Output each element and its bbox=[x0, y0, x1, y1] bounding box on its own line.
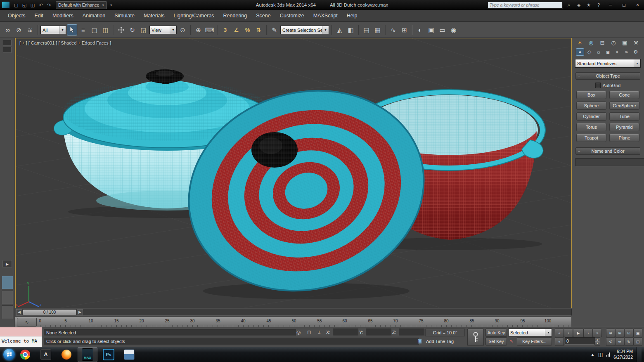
taskbar-autodesk-app-icon[interactable]: A bbox=[36, 348, 55, 362]
add-time-tag-field[interactable]: Add Time Tag bbox=[426, 339, 454, 344]
orbit-icon[interactable]: ↻ bbox=[624, 337, 633, 346]
camera-viewport[interactable]: [ + ] [ Camera001 ] [ Shaded + Edged Fac… bbox=[15, 38, 572, 309]
sign-in-icon[interactable]: ◈ bbox=[575, 1, 582, 9]
display-tab-icon[interactable]: ▣ bbox=[620, 39, 630, 47]
current-frame-field[interactable] bbox=[565, 337, 595, 345]
menu-customize[interactable]: Customize bbox=[275, 10, 309, 21]
cone-button[interactable]: Cone bbox=[609, 91, 639, 99]
search-icon[interactable]: ⌕ bbox=[565, 1, 573, 9]
track-bar[interactable]: ∿ 0 5 10 15 20 25 30 35 40 45 50 55 60 6… bbox=[15, 316, 571, 327]
mini-curve-editor-button[interactable]: ∿ bbox=[17, 318, 37, 327]
isolate-selection-icon[interactable]: ◎ bbox=[295, 329, 302, 336]
tray-window-icon[interactable]: ◫ bbox=[598, 352, 603, 357]
next-frame-button[interactable]: › bbox=[584, 329, 593, 337]
modify-tab-icon[interactable]: ◎ bbox=[586, 39, 596, 47]
taskbar-firefox-icon[interactable] bbox=[57, 348, 76, 362]
reference-coordinate-combo[interactable]: View ▼ bbox=[149, 26, 177, 34]
menu-maxscript[interactable]: MAXScript bbox=[309, 10, 342, 21]
selection-lock-icon[interactable]: ⊓ bbox=[305, 329, 313, 336]
play-button[interactable]: ▶ bbox=[573, 329, 584, 337]
selection-filter-combo[interactable]: All ▼ bbox=[40, 26, 66, 34]
object-name-field[interactable] bbox=[575, 158, 644, 166]
key-filters-button[interactable]: Key Filters... bbox=[517, 337, 552, 345]
zoom-extents-icon[interactable]: ⊡ bbox=[624, 329, 633, 337]
tray-network-icon[interactable] bbox=[606, 353, 610, 357]
expand-panel-arrow-icon[interactable]: ▶ bbox=[2, 260, 12, 268]
viewport-label[interactable]: [ + ] [ Camera001 ] [ Shaded + Edged Fac… bbox=[19, 40, 111, 45]
name-color-rollout-header[interactable]: − Name and Color bbox=[575, 147, 640, 155]
menu-lighting-cameras[interactable]: Lighting/Cameras bbox=[169, 10, 219, 21]
key-filters-curve-icon[interactable]: ∿ bbox=[508, 338, 515, 344]
geometry-category-icon[interactable]: ● bbox=[576, 48, 584, 56]
sphere-button[interactable]: Sphere bbox=[576, 102, 606, 110]
geosphere-button[interactable]: GeoSphere bbox=[609, 102, 639, 110]
taskbar-browser-icon[interactable] bbox=[16, 348, 35, 362]
workspace-menu-arrow-icon[interactable]: ▼ bbox=[107, 1, 115, 9]
select-rotate-icon[interactable]: ↻ bbox=[127, 24, 137, 35]
pivot-point-center-icon[interactable]: ⊙ bbox=[178, 24, 188, 35]
scene-explorer-tile[interactable] bbox=[3, 40, 12, 46]
menu-animation[interactable]: Animation bbox=[78, 10, 110, 21]
x-coordinate-field[interactable] bbox=[333, 329, 358, 336]
shapes-category-icon[interactable]: ◇ bbox=[585, 48, 594, 56]
layer-manager-icon[interactable]: ▤ bbox=[361, 24, 372, 35]
menu-help[interactable]: Help bbox=[342, 10, 362, 21]
time-slider-handle[interactable]: 0 / 100 bbox=[23, 309, 76, 315]
infocenter-search-input[interactable] bbox=[488, 2, 563, 9]
set-key-button[interactable]: Set Key bbox=[485, 337, 507, 345]
select-scale-icon[interactable]: ◲ bbox=[138, 24, 149, 35]
select-by-name-icon[interactable]: ≡ bbox=[78, 24, 88, 35]
viewport-layout-tab-2[interactable] bbox=[2, 291, 13, 304]
select-manipulate-icon[interactable]: ⊕ bbox=[193, 24, 204, 35]
select-move-icon[interactable] bbox=[116, 24, 126, 35]
percent-snap-icon[interactable]: % bbox=[242, 24, 253, 35]
object-type-rollout-header[interactable]: − Object Type bbox=[575, 72, 640, 80]
zoom-icon[interactable]: ⊕ bbox=[606, 329, 615, 337]
pyramid-button[interactable]: Pyramid bbox=[609, 123, 639, 131]
keyboard-override-icon[interactable]: ⌨ bbox=[204, 24, 215, 35]
show-desktop-button[interactable] bbox=[637, 347, 642, 362]
material-editor-icon[interactable]: ◐ bbox=[415, 24, 425, 35]
menu-modifiers[interactable]: Modifiers bbox=[48, 10, 78, 21]
maxscript-mini-listener[interactable]: Welcome to MA bbox=[0, 327, 42, 347]
menu-objects[interactable]: Objects bbox=[3, 10, 30, 21]
undo-icon[interactable]: ↶ bbox=[37, 1, 45, 9]
align-icon[interactable]: ◧ bbox=[346, 24, 356, 35]
lights-category-icon[interactable]: ☼ bbox=[594, 48, 603, 56]
start-button[interactable] bbox=[3, 349, 15, 360]
primitives-dropdown[interactable]: Standard Primitives ▼ bbox=[575, 59, 641, 68]
z-coordinate-field[interactable] bbox=[399, 329, 424, 336]
create-tab-icon[interactable]: ✶ bbox=[575, 39, 585, 47]
next-frame-arrow[interactable]: ▶ bbox=[77, 309, 83, 315]
render-setup-icon[interactable]: ▣ bbox=[426, 24, 436, 35]
autogrid-checkbox[interactable] bbox=[595, 83, 601, 88]
zoom-all-icon[interactable]: ⊞ bbox=[615, 329, 624, 337]
spinner-snap-icon[interactable]: ⇅ bbox=[253, 24, 264, 35]
absolute-offset-icon[interactable]: ± bbox=[315, 329, 323, 336]
go-to-end-button[interactable]: » bbox=[593, 329, 602, 337]
named-selection-set-combo[interactable]: Create Selection Se ▼ bbox=[280, 26, 329, 34]
spacew-category-icon[interactable]: ≈ bbox=[623, 48, 631, 56]
maximize-button[interactable]: □ bbox=[618, 1, 630, 9]
viewport-layout-tab-3[interactable] bbox=[2, 305, 13, 319]
y-coordinate-field[interactable] bbox=[366, 329, 391, 336]
key-filter-scope-combo[interactable]: Selected ▼ bbox=[508, 329, 552, 336]
render-production-icon[interactable]: ◉ bbox=[448, 24, 459, 35]
systems-category-icon[interactable]: ⚙ bbox=[632, 48, 640, 56]
save-file-icon[interactable]: ◫ bbox=[28, 1, 37, 9]
box-button[interactable]: Box bbox=[576, 91, 606, 99]
new-scene-icon[interactable]: ▢ bbox=[12, 1, 20, 9]
close-button[interactable]: × bbox=[632, 1, 643, 9]
angle-snap-icon[interactable]: ∠ bbox=[231, 24, 242, 35]
schematic-view-icon[interactable]: ⊞ bbox=[399, 24, 410, 35]
rendered-frame-icon[interactable]: ▭ bbox=[437, 24, 447, 35]
frame-spin-down[interactable]: ▼ bbox=[594, 341, 600, 345]
taskbar-capture-tool-icon[interactable] bbox=[120, 348, 139, 362]
help-icon[interactable]: ? bbox=[595, 1, 602, 9]
select-and-link-icon[interactable]: ∞ bbox=[2, 24, 13, 35]
hierarchy-tab-icon[interactable]: ⊟ bbox=[597, 39, 607, 47]
cameras-category-icon[interactable]: ◙ bbox=[604, 48, 612, 56]
unlink-selection-icon[interactable]: ⊘ bbox=[14, 24, 24, 35]
previous-frame-arrow[interactable]: ◀ bbox=[16, 309, 22, 315]
window-crossing-icon[interactable]: ◫ bbox=[100, 24, 111, 35]
